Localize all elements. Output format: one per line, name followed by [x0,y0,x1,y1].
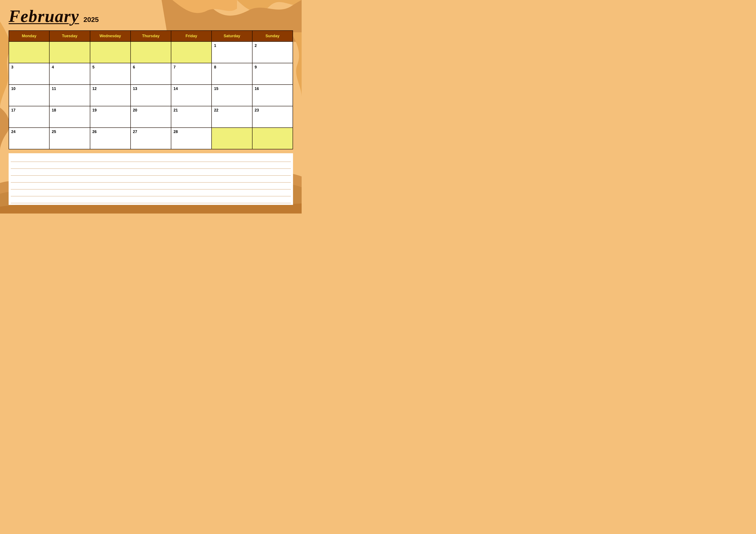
note-line-2 [11,169,291,176]
header-wednesday: Wednesday [90,31,131,41]
date-number: 17 [11,108,15,112]
calendar-cell-r0-c1 [49,41,90,63]
calendar-table: Monday Tuesday Wednesday Thursday Friday… [9,30,293,149]
calendar-cell-r3-c0: 17 [9,106,49,128]
calendar-cell-r3-c5: 22 [212,106,252,128]
date-number: 16 [255,87,259,91]
date-number: 23 [255,108,259,112]
date-number: 8 [214,65,216,69]
note-line-5 [11,190,291,196]
note-line-0 [11,155,291,162]
date-number: 2 [255,43,257,48]
calendar-row-2: 10111213141516 [9,85,293,106]
date-number: 27 [133,130,137,134]
calendar-row-4: 2425262728 [9,128,293,149]
calendar-cell-r0-c4 [171,41,212,63]
calendar-cell-r4-c5 [212,128,252,149]
calendar-cell-r1-c6: 9 [252,63,293,85]
calendar-header-row: Monday Tuesday Wednesday Thursday Friday… [9,31,293,41]
date-number: 20 [133,108,137,112]
year-title: 2025 [83,16,99,24]
calendar-cell-r3-c1: 18 [49,106,90,128]
notes-section [9,153,293,205]
calendar-cell-r2-c5: 15 [212,85,252,106]
calendar-cell-r0-c0 [9,41,49,63]
header-saturday: Saturday [212,31,252,41]
date-number: 3 [11,65,14,69]
calendar-cell-r2-c3: 13 [131,85,171,106]
calendar-cell-r3-c6: 23 [252,106,293,128]
calendar-cell-r4-c4: 28 [171,128,212,149]
calendar-cell-r2-c4: 14 [171,85,212,106]
calendar-row-1: 3456789 [9,63,293,85]
date-number: 28 [174,130,178,134]
note-line-6 [11,196,291,203]
date-number: 21 [174,108,178,112]
calendar-row-3: 17181920212223 [9,106,293,128]
date-number: 19 [93,108,97,112]
calendar-cell-r2-c0: 10 [9,85,49,106]
calendar-cell-r0-c2 [90,41,131,63]
header-monday: Monday [9,31,49,41]
date-number: 22 [214,108,218,112]
calendar-cell-r2-c1: 11 [49,85,90,106]
header-tuesday: Tuesday [49,31,90,41]
calendar-cell-r1-c3: 6 [131,63,171,85]
month-title: February [9,7,79,26]
calendar-cell-r1-c2: 5 [90,63,131,85]
calendar-cell-r0-c5: 1 [212,41,252,63]
calendar-cell-r1-c0: 3 [9,63,49,85]
date-number: 13 [133,87,137,91]
date-number: 9 [255,65,257,69]
date-number: 25 [52,130,56,134]
date-number: 18 [52,108,56,112]
date-number: 5 [93,65,94,69]
calendar-cell-r1-c4: 7 [171,63,212,85]
calendar-cell-r4-c0: 24 [9,128,49,149]
date-number: 6 [133,65,135,69]
calendar-cell-r3-c3: 20 [131,106,171,128]
title-area: February 2025 [9,7,293,26]
calendar-cell-r0-c3 [131,41,171,63]
date-number: 4 [52,65,54,69]
date-number: 7 [174,65,176,69]
date-number: 15 [214,87,218,91]
calendar-cell-r2-c2: 12 [90,85,131,106]
calendar-cell-r3-c2: 19 [90,106,131,128]
calendar-cell-r1-c1: 4 [49,63,90,85]
date-number: 1 [214,43,216,48]
calendar-cell-r1-c5: 8 [212,63,252,85]
date-number: 24 [11,130,15,134]
date-number: 10 [11,87,15,91]
calendar-cell-r4-c1: 25 [49,128,90,149]
date-number: 14 [174,87,178,91]
calendar-cell-r4-c3: 27 [131,128,171,149]
header-sunday: Sunday [252,31,293,41]
calendar-cell-r4-c2: 26 [90,128,131,149]
date-number: 11 [52,87,56,91]
date-number: 12 [93,87,97,91]
calendar-row-0: 12 [9,41,293,63]
note-line-3 [11,176,291,183]
date-number: 26 [93,130,97,134]
header-thursday: Thursday [131,31,171,41]
calendar-cell-r0-c6: 2 [252,41,293,63]
note-line-1 [11,162,291,169]
page-content: February 2025 Monday Tuesday Wednesday T… [0,0,302,209]
calendar-cell-r2-c6: 16 [252,85,293,106]
note-line-4 [11,183,291,190]
calendar-cell-r4-c6 [252,128,293,149]
calendar-cell-r3-c4: 21 [171,106,212,128]
header-friday: Friday [171,31,212,41]
